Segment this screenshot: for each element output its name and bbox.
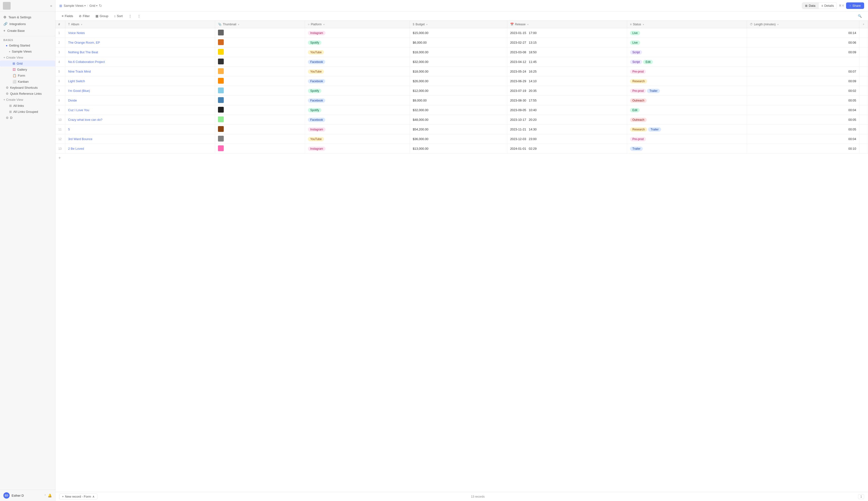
thumbnail-cell (215, 125, 305, 134)
album-cell[interactable]: 5 (65, 125, 215, 134)
album-cell[interactable]: The Orange Room, EP (65, 38, 215, 47)
sidebar-item-sample-views[interactable]: ▸ Sample Views (0, 49, 55, 54)
length-cell: 00:05 (747, 125, 859, 134)
status-badge: Research (630, 127, 647, 132)
sidebar-nav-label: Integrations (9, 22, 26, 26)
fields-hide-button[interactable]: ⋮ (126, 13, 134, 19)
new-record-button[interactable]: + New record - Form ∧ (59, 493, 97, 500)
clock-icon: ⏱ (750, 23, 753, 26)
sort-button[interactable]: ↕ Sort (111, 13, 125, 19)
header-right: ⊞ Data ≡ Details ⌘ K ↑ Share (802, 2, 864, 9)
platform-badge: Facebook (308, 79, 325, 83)
sidebar-item-getting-started[interactable]: ● Getting Started (0, 42, 55, 49)
thumbnail-image (218, 39, 224, 45)
new-record-label: New record - Form (65, 495, 91, 498)
sidebar: « ⚙ Team & Settings 🔗 Integrations + Cre… (0, 0, 55, 501)
row-number: 11 (55, 125, 65, 134)
extra-cell (859, 47, 868, 57)
create-view-label: Create View (6, 98, 23, 102)
budget-cell: $32,000.00 (410, 57, 507, 67)
status-cell: Trailer (627, 144, 747, 153)
breadcrumb-grid[interactable]: Grid ▾ (89, 4, 98, 8)
album-cell[interactable]: Nine Track Mind (65, 67, 215, 76)
table-row: 3 Nothing But The Beat YouTube $18,000.0… (55, 47, 868, 57)
col-status[interactable]: ≡ Status ▾ (627, 21, 747, 28)
platform-icon: ○ (308, 23, 310, 26)
album-cell[interactable]: 2 Be Loved (65, 144, 215, 153)
page-number: 1 (858, 494, 864, 499)
sidebar-create-view2-button[interactable]: + Create View (0, 97, 55, 103)
release-time: 20:20 (529, 118, 537, 121)
sidebar-create-view-button[interactable]: + Create View (0, 54, 55, 61)
platform-badge: Spotify (308, 41, 322, 45)
col-platform[interactable]: ○ Platform ▾ (305, 21, 410, 28)
more-options-button[interactable]: ⋮ (135, 13, 143, 19)
refresh-button[interactable]: ↻ (99, 3, 102, 8)
platform-cell: Instagram (305, 125, 410, 134)
add-column-button[interactable]: + (859, 21, 868, 28)
attachment-icon: 📎 (218, 23, 222, 26)
sidebar-item-all-links[interactable]: ⊞ All links (0, 103, 55, 109)
album-cell[interactable]: Cuz I Love You (65, 105, 215, 115)
col-budget[interactable]: $ Budget ▾ (410, 21, 507, 28)
album-cell[interactable]: No.6 Collaboration Project (65, 57, 215, 67)
platform-badge: Facebook (308, 98, 325, 103)
length-cell: 00:02 (747, 86, 859, 96)
sidebar-collapse-button[interactable]: « (50, 4, 52, 8)
album-cell[interactable]: Divide (65, 96, 215, 105)
sidebar-item-grid[interactable]: ⊞ Grid (0, 61, 55, 66)
col-length[interactable]: ⏱ Length (minutes) ▾ (747, 21, 859, 28)
group-button[interactable]: ▦ Group (93, 13, 111, 19)
platform-cell: Spotify (305, 86, 410, 96)
sidebar-item-form[interactable]: 📋 Form (0, 73, 55, 78)
album-cell[interactable]: Light Switch (65, 76, 215, 86)
album-cell[interactable]: I'm Good (Blue) (65, 86, 215, 96)
chevron-up-icon: ∧ (92, 495, 95, 498)
col-album[interactable]: T Album ▾ (65, 21, 215, 28)
tab-data[interactable]: ⊞ Data (802, 3, 818, 9)
status-cell: ScriptEdit (627, 57, 747, 67)
search-button[interactable]: 🔍 (856, 13, 864, 19)
fields-icon: ≡ (62, 14, 64, 18)
row-number: 3 (55, 47, 65, 57)
hash-icon: # (58, 23, 60, 26)
header: ⊞ Sample Views ▾ / Grid ▾ ↻ ⊞ Data ≡ Det… (55, 0, 868, 12)
release-cell: 2023-01-15 17:00 (507, 28, 627, 38)
status-cell: Outreach (627, 96, 747, 105)
col-thumbnail[interactable]: 📎 Thumbnail ▾ (215, 21, 305, 28)
details-icon: ≡ (822, 4, 823, 8)
sidebar-item-label: All links (13, 104, 24, 108)
share-button[interactable]: ↑ Share (846, 2, 864, 9)
album-cell[interactable]: 3rd Ward Bounce (65, 134, 215, 144)
sidebar-item-all-links-grouped[interactable]: ⊞ All Links Grouped (0, 109, 55, 115)
fields-button[interactable]: ≡ Fields (59, 13, 75, 19)
sidebar-item-quick-reference[interactable]: ⚙ Quick Reference Links (0, 90, 55, 97)
sidebar-item-integrations[interactable]: 🔗 Integrations (0, 21, 55, 27)
avatar: ED (3, 492, 10, 499)
sidebar-item-d[interactable]: ⚙ D (0, 115, 55, 121)
calendar-icon: 📅 (510, 23, 514, 26)
tab-details[interactable]: ≡ Details (818, 3, 837, 9)
sidebar-item-gallery[interactable]: 🖼 Gallery (0, 66, 55, 73)
row-number: 6 (55, 76, 65, 86)
status-badge: Script (630, 60, 642, 64)
breadcrumb-sample-views[interactable]: Sample Views ▾ (64, 4, 86, 8)
filter-button[interactable]: ⊘ Filter (76, 13, 92, 19)
sidebar-item-keyboard-shortcuts[interactable]: ⚙ Keyboard Shortcuts (0, 85, 55, 90)
album-cell[interactable]: Nothing But The Beat (65, 47, 215, 57)
release-date: 2023-05-24 (510, 70, 526, 73)
bell-icon[interactable]: 🔔 (48, 493, 52, 497)
thumbnail-cell (215, 47, 305, 57)
table-header-row: # T Album ▾ 📎 Thumbnail ▾ (55, 21, 868, 28)
col-release[interactable]: 📅 Release ▾ (507, 21, 627, 28)
album-cell[interactable]: Crazy what love can do? (65, 115, 215, 125)
release-cell: 2023-07-19 20:35 (507, 86, 627, 96)
sidebar-item-create-base[interactable]: + Create Base (0, 27, 55, 34)
add-row-button[interactable]: + (55, 153, 868, 162)
release-date: 2023-10-17 (510, 118, 526, 121)
sidebar-item-kanban[interactable]: ⬜ Kanban (0, 78, 55, 85)
release-cell: 2023-04-12 11:45 (507, 57, 627, 67)
album-cell[interactable]: Voice Notes (65, 28, 215, 38)
sidebar-item-team-settings[interactable]: ⚙ Team & Settings (0, 14, 55, 21)
extra-cell (859, 76, 868, 86)
